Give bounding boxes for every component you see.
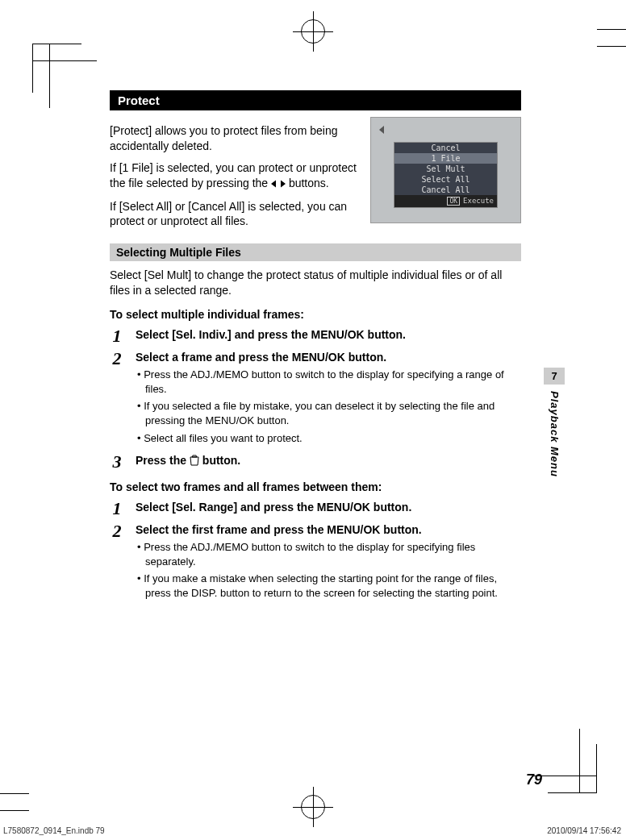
page-number: 79 bbox=[526, 771, 542, 788]
step2-b1: Press the ADJ./MEMO button to switch to … bbox=[145, 368, 521, 396]
intro-p1: [Protect] allows you to protect files fr… bbox=[110, 123, 361, 154]
side-tab: 7 Playback Menu bbox=[544, 368, 565, 477]
menu-item-selectall: Select All bbox=[394, 174, 497, 185]
menu-item-1file: 1 File bbox=[394, 153, 497, 164]
step2-title: Select a frame and press the MENU/OK but… bbox=[136, 350, 521, 364]
step3-title: Press the button. bbox=[136, 453, 521, 469]
menu-item-cancelall: Cancel All bbox=[394, 185, 497, 195]
step2-b3: Select all files you want to protect. bbox=[145, 431, 521, 446]
registration-mark-top bbox=[299, 18, 327, 45]
step2-b2: If you selected a file by mistake, you c… bbox=[145, 399, 521, 427]
page-content: Protect [Protect] allows you to protect … bbox=[110, 87, 521, 608]
step-2-1: 1 Select [Sel. Range] and press the MENU… bbox=[110, 500, 521, 518]
intro-p3: If [Select All] or [Cancel All] is selec… bbox=[110, 199, 361, 230]
chapter-number: 7 bbox=[544, 368, 565, 385]
intro-p2: If [1 File] is selected, you can protect… bbox=[110, 160, 361, 193]
crop-mark-bl bbox=[0, 762, 29, 811]
menu-box: Cancel 1 File Sel Mult Select All Cancel… bbox=[394, 142, 498, 208]
crop-mark-tr bbox=[597, 29, 626, 78]
crop-mark-br bbox=[548, 744, 597, 793]
registration-mark-bottom bbox=[299, 793, 327, 821]
menu-left-arrow-icon bbox=[379, 126, 384, 134]
step-1-2: 2 Select a frame and press the MENU/OK b… bbox=[110, 350, 521, 448]
heading-indiv: To select multiple individual frames: bbox=[110, 308, 521, 321]
section-heading-protect: Protect bbox=[110, 90, 521, 110]
step-num-2: 2 bbox=[110, 350, 124, 448]
print-footer: L7580872_0914_En.indb 79 2010/09/14 17:5… bbox=[3, 826, 621, 835]
stepr1-title: Select [Sel. Range] and press the MENU/O… bbox=[136, 500, 521, 514]
step3-a: Press the bbox=[136, 454, 190, 467]
step-num-r1: 1 bbox=[110, 500, 124, 518]
menu-item-selmult: Sel Mult bbox=[394, 164, 497, 174]
camera-menu-screenshot: Cancel 1 File Sel Mult Select All Cancel… bbox=[370, 117, 521, 223]
step3-b: button. bbox=[199, 454, 240, 467]
trash-icon bbox=[190, 455, 199, 469]
step-num-1: 1 bbox=[110, 327, 124, 345]
step-2-2: 2 Select the first frame and press the M… bbox=[110, 522, 521, 603]
step-num-3: 3 bbox=[110, 453, 124, 471]
ok-label: OK bbox=[447, 197, 460, 206]
intro-text: [Protect] allows you to protect files fr… bbox=[110, 117, 361, 235]
stepr2-b2: If you make a mistake when selecting the… bbox=[145, 572, 521, 600]
step-num-r2: 2 bbox=[110, 522, 124, 603]
stepr2-b1: Press the ADJ./MEMO button to switch to … bbox=[145, 540, 521, 568]
intro-p2b: buttons. bbox=[286, 177, 329, 189]
manual-page: Protect [Protect] allows you to protect … bbox=[0, 0, 626, 840]
selmult-desc: Select [Sel Mult] to change the protect … bbox=[110, 268, 521, 298]
menu-execute-row: OK Execute bbox=[394, 195, 497, 207]
heading-range: To select two frames and all frames betw… bbox=[110, 480, 521, 493]
stepr2-title: Select the first frame and press the MEN… bbox=[136, 522, 521, 537]
subheading-multiple: Selecting Multiple Files bbox=[110, 243, 521, 261]
chapter-label: Playback Menu bbox=[549, 391, 561, 477]
step1-title: Select [Sel. Indiv.] and press the MENU/… bbox=[136, 327, 521, 342]
step-1-3: 3 Press the button. bbox=[110, 453, 521, 471]
execute-label: Execute bbox=[463, 197, 494, 206]
crop-mark-tl bbox=[32, 44, 81, 93]
menu-item-cancel: Cancel bbox=[394, 143, 497, 153]
left-right-arrows-icon bbox=[271, 177, 286, 193]
footer-right: 2010/09/14 17:56:42 bbox=[547, 826, 621, 835]
footer-left: L7580872_0914_En.indb 79 bbox=[3, 826, 105, 835]
step-1-1: 1 Select [Sel. Indiv.] and press the MEN… bbox=[110, 327, 521, 345]
